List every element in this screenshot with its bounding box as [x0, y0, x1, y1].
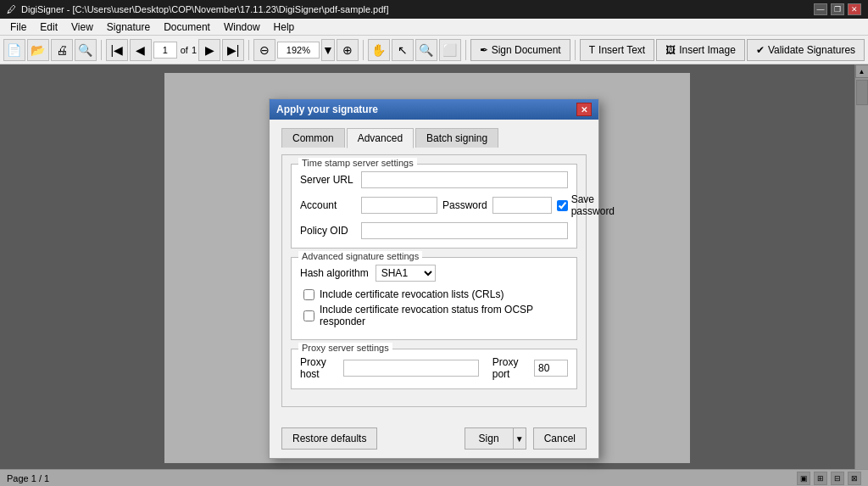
server-url-row: Server URL [300, 171, 568, 188]
tab-content-advanced: Time stamp server settings Server URL Ac… [281, 154, 587, 407]
menu-file[interactable]: File [3, 20, 33, 35]
cancel-button[interactable]: Cancel [533, 427, 587, 450]
toolbar-prev-page[interactable]: ◀ [130, 39, 152, 61]
title-bar: 🖊 DigiSigner - [C:\Users\user\Desktop\CO… [0, 0, 868, 19]
hash-algorithm-row: Hash algorithm SHA1 SHA256 SHA512 [300, 265, 568, 282]
include-crl-label[interactable]: Include certificate revocation lists (CR… [320, 288, 504, 300]
sep4 [465, 40, 466, 60]
insert-text-button[interactable]: T Insert Text [580, 39, 654, 61]
sign-dropdown-arrow[interactable]: ▼ [513, 427, 526, 450]
save-password-label[interactable]: Save password [571, 193, 615, 217]
proxy-legend: Proxy server settings [298, 343, 392, 353]
include-crl-row: Include certificate revocation lists (CR… [300, 288, 568, 300]
toolbar-zoom-in[interactable]: ⊕ [337, 39, 359, 61]
password-label: Password [442, 199, 487, 211]
include-ocsp-checkbox[interactable] [303, 310, 314, 321]
dialog: Apply your signature ✕ Common Advanced B… [269, 98, 599, 459]
include-ocsp-row: Include certificate revocation status fr… [300, 304, 568, 327]
sep5 [575, 40, 576, 60]
zoom-dropdown-btn[interactable]: ▼ [321, 39, 335, 61]
server-url-input[interactable] [361, 171, 568, 188]
policy-oid-input[interactable] [361, 222, 568, 239]
toolbar-zoom-page[interactable]: ⬜ [439, 39, 461, 61]
zoom-input[interactable] [277, 42, 320, 59]
dialog-footer: Restore defaults Sign ▼ Cancel [270, 419, 598, 458]
save-password-checkbox[interactable] [557, 200, 568, 211]
account-label: Account [300, 199, 361, 211]
toolbar-nav: of 1 [153, 42, 197, 59]
validate-signatures-button[interactable]: ✔ Validate Signatures [747, 39, 865, 61]
menu-window[interactable]: Window [217, 20, 267, 35]
menu-help[interactable]: Help [267, 20, 302, 35]
account-input[interactable] [361, 197, 437, 214]
advanced-sig-group: Advanced signature settings Hash algorit… [291, 257, 577, 340]
page-number-input[interactable] [153, 42, 177, 59]
validate-label: Validate Signatures [768, 44, 855, 56]
proxy-host-label: Proxy host [300, 356, 337, 380]
toolbar-zoom-area: ▼ [277, 39, 335, 61]
title-bar-controls: — ❐ ✕ [814, 3, 861, 15]
sign-button-group: Sign ▼ [465, 427, 526, 450]
toolbar-print[interactable]: 🖨 [51, 39, 73, 61]
sign-button[interactable]: Sign [465, 427, 513, 450]
tab-advanced[interactable]: Advanced [347, 128, 414, 148]
insert-image-label: Insert Image [679, 44, 736, 56]
dialog-title-bar: Apply your signature ✕ [270, 99, 598, 120]
toolbar-new[interactable]: 📄 [3, 39, 25, 61]
restore-button[interactable]: ❐ [831, 3, 844, 15]
toolbar-first-page[interactable]: |◀ [106, 39, 128, 61]
sign-pen-icon: ✒ [480, 44, 488, 56]
toolbar-hand[interactable]: ✋ [368, 39, 390, 61]
policy-oid-label: Policy OID [300, 225, 361, 237]
timestamp-legend: Time stamp server settings [298, 158, 417, 168]
policy-oid-row: Policy OID [300, 222, 568, 239]
toolbar-select[interactable]: ↖ [392, 39, 414, 61]
proxy-port-label: Proxy port [492, 356, 527, 380]
proxy-port-input[interactable] [534, 360, 568, 377]
dialog-close-button[interactable]: ✕ [576, 103, 592, 116]
page-of-label: of [181, 45, 188, 55]
toolbar: 📄 📂 🖨 🔍 |◀ ◀ of 1 ▶ ▶| ⊖ ▼ ⊕ ✋ ↖ 🔍 ⬜ ✒ S… [0, 36, 868, 64]
tab-batch-signing[interactable]: Batch signing [415, 128, 498, 148]
dialog-title-text: Apply your signature [276, 103, 378, 115]
menu-signature[interactable]: Signature [100, 20, 157, 35]
toolbar-last-page[interactable]: ▶| [222, 39, 244, 61]
include-crl-checkbox[interactable] [303, 289, 314, 300]
advanced-sig-legend: Advanced signature settings [298, 251, 422, 261]
account-row: Account Password Save password [300, 193, 568, 217]
menu-document[interactable]: Document [157, 20, 217, 35]
sep1 [101, 40, 102, 60]
tab-common[interactable]: Common [281, 128, 345, 148]
proxy-host-input[interactable] [343, 360, 479, 377]
minimize-button[interactable]: — [814, 3, 827, 15]
restore-defaults-button[interactable]: Restore defaults [281, 427, 377, 450]
window-title: DigiSigner - [C:\Users\user\Desktop\COP\… [21, 4, 388, 14]
password-input[interactable] [492, 197, 552, 214]
main-area: ▲ Apply your signature ✕ Common Advanced… [0, 64, 868, 486]
close-button[interactable]: ✕ [848, 3, 861, 15]
include-ocsp-label[interactable]: Include certificate revocation status fr… [320, 304, 568, 327]
validate-icon: ✔ [756, 44, 765, 56]
proxy-row: Proxy host Proxy port [300, 356, 568, 380]
insert-image-button[interactable]: 🖼 Insert Image [656, 39, 745, 61]
menu-view[interactable]: View [64, 20, 100, 35]
toolbar-zoom-fit[interactable]: 🔍 [75, 39, 97, 61]
toolbar-open[interactable]: 📂 [27, 39, 49, 61]
sign-document-label: Sign Document [492, 44, 561, 56]
sep2 [248, 40, 249, 60]
footer-right-buttons: Sign ▼ Cancel [465, 427, 587, 450]
hash-algorithm-select[interactable]: SHA1 SHA256 SHA512 [376, 265, 436, 282]
insert-text-icon: T [589, 44, 595, 56]
dialog-content: Common Advanced Batch signing Time stamp… [270, 120, 598, 419]
toolbar-zoom-out[interactable]: ⊖ [253, 39, 275, 61]
menu-bar: File Edit View Signature Document Window… [0, 19, 868, 36]
toolbar-next-page[interactable]: ▶ [198, 39, 220, 61]
sep3 [363, 40, 364, 60]
modal-overlay: Apply your signature ✕ Common Advanced B… [0, 64, 868, 486]
server-url-label: Server URL [300, 174, 361, 186]
sign-document-button[interactable]: ✒ Sign Document [470, 39, 570, 61]
toolbar-zoom-rect[interactable]: 🔍 [415, 39, 437, 61]
tab-bar: Common Advanced Batch signing [281, 128, 587, 148]
menu-edit[interactable]: Edit [33, 20, 64, 35]
proxy-settings-group: Proxy server settings Proxy host Proxy p… [291, 349, 577, 389]
